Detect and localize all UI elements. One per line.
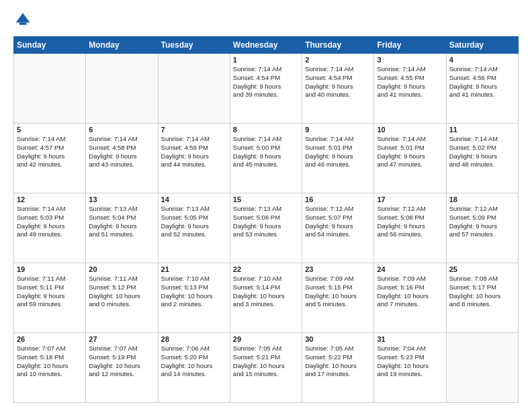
table-row: 3Sunrise: 7:14 AM Sunset: 4:55 PM Daylig… xyxy=(374,54,446,124)
calendar-week-row: 19Sunrise: 7:11 AM Sunset: 5:11 PM Dayli… xyxy=(14,263,519,333)
day-info: Sunrise: 7:12 AM Sunset: 5:07 PM Dayligh… xyxy=(305,205,371,239)
day-number: 31 xyxy=(377,335,443,343)
table-row: 7Sunrise: 7:14 AM Sunset: 4:59 PM Daylig… xyxy=(158,124,230,193)
day-info: Sunrise: 7:10 AM Sunset: 5:14 PM Dayligh… xyxy=(233,275,299,309)
day-number: 23 xyxy=(305,265,371,273)
day-number: 27 xyxy=(89,335,154,343)
calendar-header-row: Sunday Monday Tuesday Wednesday Thursday… xyxy=(14,37,519,54)
table-row xyxy=(14,54,86,124)
day-number: 15 xyxy=(233,195,299,203)
table-row: 24Sunrise: 7:09 AM Sunset: 5:16 PM Dayli… xyxy=(374,263,446,333)
day-number: 13 xyxy=(89,195,154,203)
day-number: 6 xyxy=(89,126,154,134)
day-number: 8 xyxy=(233,126,299,134)
header xyxy=(13,11,519,30)
day-info: Sunrise: 7:14 AM Sunset: 5:03 PM Dayligh… xyxy=(17,205,83,239)
day-number: 12 xyxy=(17,195,83,203)
calendar-week-row: 26Sunrise: 7:07 AM Sunset: 5:18 PM Dayli… xyxy=(14,333,519,403)
svg-marker-0 xyxy=(16,13,30,23)
day-number: 25 xyxy=(449,265,515,273)
table-row: 17Sunrise: 7:12 AM Sunset: 5:08 PM Dayli… xyxy=(374,193,446,263)
day-info: Sunrise: 7:14 AM Sunset: 4:59 PM Dayligh… xyxy=(161,135,227,169)
table-row: 1Sunrise: 7:14 AM Sunset: 4:54 PM Daylig… xyxy=(230,54,302,124)
table-row xyxy=(446,333,518,403)
table-row: 21Sunrise: 7:10 AM Sunset: 5:13 PM Dayli… xyxy=(158,263,230,333)
day-info: Sunrise: 7:10 AM Sunset: 5:13 PM Dayligh… xyxy=(161,275,227,309)
calendar-body: 1Sunrise: 7:14 AM Sunset: 4:54 PM Daylig… xyxy=(14,54,519,403)
table-row: 25Sunrise: 7:08 AM Sunset: 5:17 PM Dayli… xyxy=(446,263,518,333)
day-info: Sunrise: 7:13 AM Sunset: 5:04 PM Dayligh… xyxy=(89,205,154,239)
day-info: Sunrise: 7:07 AM Sunset: 5:19 PM Dayligh… xyxy=(89,345,154,379)
day-info: Sunrise: 7:11 AM Sunset: 5:11 PM Dayligh… xyxy=(17,275,83,309)
day-info: Sunrise: 7:14 AM Sunset: 4:57 PM Dayligh… xyxy=(17,135,83,169)
day-info: Sunrise: 7:14 AM Sunset: 5:00 PM Dayligh… xyxy=(233,135,299,169)
day-number: 26 xyxy=(17,335,83,343)
table-row: 20Sunrise: 7:11 AM Sunset: 5:12 PM Dayli… xyxy=(86,263,158,333)
calendar-week-row: 1Sunrise: 7:14 AM Sunset: 4:54 PM Daylig… xyxy=(14,54,519,124)
table-row: 16Sunrise: 7:12 AM Sunset: 5:07 PM Dayli… xyxy=(302,193,374,263)
day-info: Sunrise: 7:14 AM Sunset: 5:01 PM Dayligh… xyxy=(305,135,371,169)
day-number: 9 xyxy=(305,126,371,134)
table-row: 22Sunrise: 7:10 AM Sunset: 5:14 PM Dayli… xyxy=(230,263,302,333)
table-row: 2Sunrise: 7:14 AM Sunset: 4:54 PM Daylig… xyxy=(302,54,374,124)
page: Sunday Monday Tuesday Wednesday Thursday… xyxy=(0,0,532,411)
col-tuesday: Tuesday xyxy=(158,37,230,54)
day-info: Sunrise: 7:14 AM Sunset: 5:02 PM Dayligh… xyxy=(449,135,515,169)
table-row: 4Sunrise: 7:14 AM Sunset: 4:56 PM Daylig… xyxy=(446,54,518,124)
day-info: Sunrise: 7:14 AM Sunset: 5:01 PM Dayligh… xyxy=(377,135,443,169)
day-number: 4 xyxy=(449,56,515,64)
calendar-table: Sunday Monday Tuesday Wednesday Thursday… xyxy=(13,36,519,403)
table-row: 14Sunrise: 7:13 AM Sunset: 5:05 PM Dayli… xyxy=(158,193,230,263)
day-info: Sunrise: 7:09 AM Sunset: 5:16 PM Dayligh… xyxy=(377,275,443,309)
day-info: Sunrise: 7:05 AM Sunset: 5:22 PM Dayligh… xyxy=(305,345,371,379)
day-info: Sunrise: 7:14 AM Sunset: 4:54 PM Dayligh… xyxy=(233,65,299,99)
day-number: 21 xyxy=(161,265,227,273)
day-number: 14 xyxy=(161,195,227,203)
table-row: 30Sunrise: 7:05 AM Sunset: 5:22 PM Dayli… xyxy=(302,333,374,403)
day-info: Sunrise: 7:04 AM Sunset: 5:23 PM Dayligh… xyxy=(377,345,443,379)
table-row: 13Sunrise: 7:13 AM Sunset: 5:04 PM Dayli… xyxy=(86,193,158,263)
table-row: 19Sunrise: 7:11 AM Sunset: 5:11 PM Dayli… xyxy=(14,263,86,333)
col-monday: Monday xyxy=(86,37,158,54)
table-row: 9Sunrise: 7:14 AM Sunset: 5:01 PM Daylig… xyxy=(302,124,374,193)
table-row: 31Sunrise: 7:04 AM Sunset: 5:23 PM Dayli… xyxy=(374,333,446,403)
table-row: 5Sunrise: 7:14 AM Sunset: 4:57 PM Daylig… xyxy=(14,124,86,193)
day-info: Sunrise: 7:14 AM Sunset: 4:56 PM Dayligh… xyxy=(449,65,515,99)
table-row: 15Sunrise: 7:13 AM Sunset: 5:06 PM Dayli… xyxy=(230,193,302,263)
table-row: 8Sunrise: 7:14 AM Sunset: 5:00 PM Daylig… xyxy=(230,124,302,193)
day-info: Sunrise: 7:14 AM Sunset: 4:54 PM Dayligh… xyxy=(305,65,371,99)
logo xyxy=(13,11,35,30)
day-number: 18 xyxy=(449,195,515,203)
day-info: Sunrise: 7:14 AM Sunset: 4:55 PM Dayligh… xyxy=(377,65,443,99)
col-sunday: Sunday xyxy=(14,37,86,54)
day-info: Sunrise: 7:11 AM Sunset: 5:12 PM Dayligh… xyxy=(89,275,154,309)
col-saturday: Saturday xyxy=(446,37,518,54)
table-row: 12Sunrise: 7:14 AM Sunset: 5:03 PM Dayli… xyxy=(14,193,86,263)
day-number: 22 xyxy=(233,265,299,273)
table-row: 11Sunrise: 7:14 AM Sunset: 5:02 PM Dayli… xyxy=(446,124,518,193)
day-number: 11 xyxy=(449,126,515,134)
day-number: 3 xyxy=(377,56,443,64)
calendar-week-row: 12Sunrise: 7:14 AM Sunset: 5:03 PM Dayli… xyxy=(14,193,519,263)
svg-rect-1 xyxy=(19,23,27,26)
table-row: 28Sunrise: 7:06 AM Sunset: 5:20 PM Dayli… xyxy=(158,333,230,403)
table-row: 29Sunrise: 7:05 AM Sunset: 5:21 PM Dayli… xyxy=(230,333,302,403)
day-number: 2 xyxy=(305,56,371,64)
table-row: 23Sunrise: 7:09 AM Sunset: 5:15 PM Dayli… xyxy=(302,263,374,333)
col-wednesday: Wednesday xyxy=(230,37,302,54)
day-number: 28 xyxy=(161,335,227,343)
day-info: Sunrise: 7:08 AM Sunset: 5:17 PM Dayligh… xyxy=(449,275,515,309)
day-info: Sunrise: 7:12 AM Sunset: 5:08 PM Dayligh… xyxy=(377,205,443,239)
day-number: 17 xyxy=(377,195,443,203)
day-info: Sunrise: 7:07 AM Sunset: 5:18 PM Dayligh… xyxy=(17,345,83,379)
day-number: 30 xyxy=(305,335,371,343)
day-info: Sunrise: 7:13 AM Sunset: 5:05 PM Dayligh… xyxy=(161,205,227,239)
day-number: 19 xyxy=(17,265,83,273)
day-number: 16 xyxy=(305,195,371,203)
day-number: 7 xyxy=(161,126,227,134)
table-row xyxy=(86,54,158,124)
day-number: 5 xyxy=(17,126,83,134)
table-row xyxy=(158,54,230,124)
table-row: 27Sunrise: 7:07 AM Sunset: 5:19 PM Dayli… xyxy=(86,333,158,403)
day-info: Sunrise: 7:12 AM Sunset: 5:09 PM Dayligh… xyxy=(449,205,515,239)
